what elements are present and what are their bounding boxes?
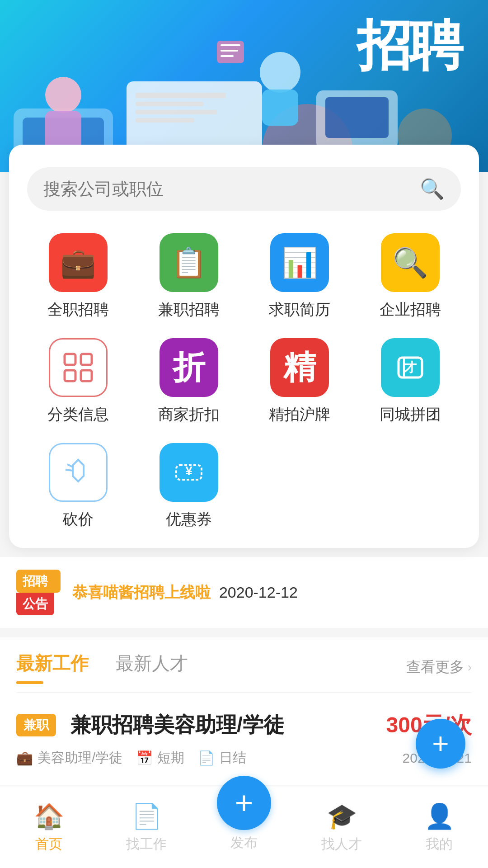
notice-highlight: 恭喜喵酱招聘上线啦: [72, 584, 211, 601]
icon-box-bargain: [49, 443, 108, 502]
svg-point-9: [260, 52, 300, 93]
notice-badge-wrapper: 招聘 公告: [16, 570, 63, 615]
publish-button[interactable]: +: [217, 776, 271, 830]
job-meta: 💼 美容助理/学徒 📅 短期 📄 日结 2021-05-21: [16, 749, 472, 767]
icon-label-photo: 精拍沪牌: [269, 404, 330, 425]
icon-item-photo[interactable]: 精 精拍沪牌: [249, 338, 350, 425]
svg-rect-5: [136, 93, 226, 98]
svg-text:¥: ¥: [185, 464, 192, 478]
icon-label-coupon: 优惠券: [166, 509, 212, 530]
icon-item-discount[interactable]: 折 商家折扣: [138, 338, 239, 425]
nav-label-home: 首页: [35, 835, 62, 854]
tabs-header: 最新工作 最新人才 查看更多 ›: [16, 637, 472, 693]
svg-rect-17: [65, 354, 75, 365]
svg-point-2: [45, 77, 81, 113]
job-card-header: 兼职 兼职招聘美容助理/学徒 300元/次: [16, 711, 472, 740]
discount-char: 折: [173, 346, 205, 389]
job-meta-type: 💼 美容助理/学徒: [16, 749, 122, 767]
icon-label-group: 同城拼团: [380, 404, 441, 425]
tab-more-label: 查看更多: [406, 657, 464, 677]
svg-rect-18: [81, 354, 92, 365]
svg-rect-13: [217, 41, 244, 63]
tab-latest-talent[interactable]: 最新人才: [116, 651, 188, 683]
icon-item-enterprise[interactable]: 🔍 企业招聘: [359, 233, 461, 320]
icon-label-classify: 分类信息: [47, 404, 109, 425]
nav-item-home[interactable]: 🏠 首页: [0, 802, 98, 854]
svg-rect-12: [325, 97, 389, 138]
photo-char: 精: [283, 346, 316, 389]
svg-rect-8: [136, 118, 194, 123]
svg-line-26: [66, 470, 73, 471]
icon-box-full-time: 💼: [49, 233, 108, 292]
job-settlement-text: 日结: [219, 749, 246, 767]
icon-item-classify[interactable]: 分类信息: [27, 338, 129, 425]
search-input[interactable]: [43, 179, 420, 199]
svg-rect-10: [262, 90, 298, 126]
mine-icon: 👤: [424, 802, 455, 830]
icon-item-part-time[interactable]: 📋 兼职招聘: [138, 233, 239, 320]
icon-grid: 💼 全职招聘 📋 兼职招聘 📊 求职简历 🔍 企业招聘: [27, 233, 461, 530]
search-bar[interactable]: 🔍: [27, 167, 461, 211]
calendar-icon: 📅: [136, 750, 153, 766]
fab-button[interactable]: +: [416, 719, 465, 769]
find-job-icon: 📄: [131, 802, 162, 830]
notice-text: 恭喜喵酱招聘上线啦 2020-12-12: [72, 582, 472, 603]
home-icon: 🏠: [34, 802, 64, 830]
icon-label-full-time: 全职招聘: [47, 299, 109, 320]
publish-plus-icon: +: [235, 787, 253, 819]
icon-box-classify: [49, 338, 108, 397]
chevron-right-icon: ›: [468, 660, 472, 675]
icon-box-resume: 📊: [270, 233, 329, 292]
nav-label-mine: 我的: [426, 835, 453, 854]
icon-box-part-time: 📋: [160, 233, 218, 292]
nav-label-find-talent: 找人才: [321, 835, 362, 854]
icon-box-coupon: ¥: [160, 443, 218, 502]
nav-item-mine[interactable]: 👤 我的: [390, 802, 488, 854]
tab-latest-job[interactable]: 最新工作: [16, 651, 89, 683]
nav-label-publish: 发布: [230, 834, 258, 852]
job-duration-text: 短期: [157, 749, 184, 767]
bottom-nav: 🏠 首页 📄 找工作 + 发布 🎓 找人才 👤 我的: [0, 787, 488, 868]
job-meta-settlement: 📄 日结: [198, 749, 246, 767]
icon-item-group[interactable]: 才 同城拼团: [359, 338, 461, 425]
icon-box-discount: 折: [160, 338, 218, 397]
icon-box-enterprise: 🔍: [381, 233, 440, 292]
main-card: 🔍 💼 全职招聘 📋 兼职招聘 📊 求职简历 🔍 企业招聘: [9, 145, 479, 548]
svg-rect-7: [136, 110, 217, 114]
notice-badge-line1: 招聘: [16, 570, 61, 593]
svg-marker-24: [73, 460, 84, 481]
icon-item-bargain[interactable]: 砍价: [27, 443, 129, 530]
doc-icon: 📄: [198, 750, 215, 766]
job-type-text: 美容助理/学徒: [38, 749, 122, 767]
job-meta-duration: 📅 短期: [136, 749, 184, 767]
icon-label-part-time: 兼职招聘: [158, 299, 220, 320]
job-tag: 兼职: [16, 714, 56, 736]
nav-item-publish[interactable]: + 发布: [195, 776, 293, 852]
tabs-section: 最新工作 最新人才 查看更多 ›: [0, 637, 488, 693]
icon-item-resume[interactable]: 📊 求职简历: [249, 233, 350, 320]
icon-item-full-time[interactable]: 💼 全职招聘: [27, 233, 129, 320]
find-talent-icon: 🎓: [327, 802, 357, 830]
icon-label-resume: 求职简历: [269, 299, 330, 320]
svg-rect-20: [81, 370, 92, 381]
nav-item-find-job[interactable]: 📄 找工作: [98, 802, 195, 854]
job-title: 兼职招聘美容助理/学徒: [70, 711, 284, 739]
notice-date: 2020-12-12: [219, 584, 298, 601]
tab-more[interactable]: 查看更多 ›: [406, 657, 472, 677]
briefcase-icon: 💼: [16, 750, 33, 766]
icon-label-discount: 商家折扣: [158, 404, 220, 425]
icon-item-coupon[interactable]: ¥ 优惠券: [138, 443, 239, 530]
notice-bar: 招聘 公告 恭喜喵酱招聘上线啦 2020-12-12: [0, 557, 488, 628]
job-card[interactable]: 兼职 兼职招聘美容助理/学徒 300元/次 💼 美容助理/学徒 📅 短期 📄 日…: [0, 693, 488, 785]
nav-label-find-job: 找工作: [126, 835, 167, 854]
svg-text:才: 才: [404, 360, 417, 374]
svg-rect-6: [136, 102, 203, 106]
icon-box-photo: 精: [270, 338, 329, 397]
search-icon[interactable]: 🔍: [420, 177, 445, 201]
svg-line-25: [67, 464, 73, 467]
nav-item-find-talent[interactable]: 🎓 找人才: [293, 802, 390, 854]
notice-badge-line2: 公告: [16, 593, 54, 615]
fab-plus-icon: +: [432, 727, 449, 760]
svg-rect-19: [65, 370, 75, 381]
icon-box-group: 才: [381, 338, 440, 397]
